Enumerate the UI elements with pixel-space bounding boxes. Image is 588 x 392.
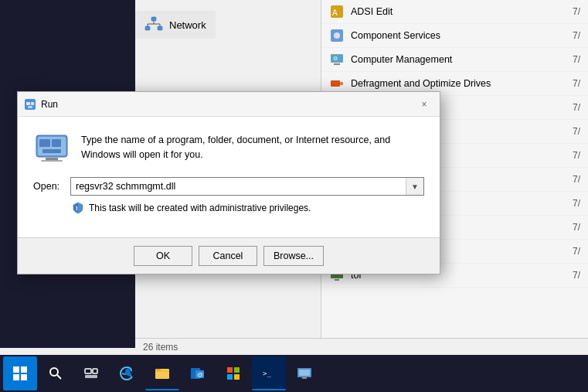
svg-rect-61 (234, 367, 240, 373)
admin-note-text: This task will be created with administr… (89, 203, 311, 213)
svg-rect-40 (39, 139, 50, 147)
defragment-icon (329, 76, 345, 91)
svg-rect-12 (334, 63, 340, 65)
svg-rect-66 (299, 370, 310, 376)
list-item[interactable]: Component Services 7/ (321, 24, 588, 48)
powershell-icon: >_ (262, 366, 276, 380)
svg-rect-62 (227, 374, 233, 380)
svg-rect-49 (21, 374, 27, 380)
computer-management-icon: ⚙ (329, 52, 345, 67)
item-date: 7/ (573, 198, 580, 209)
network-item[interactable]: Network (135, 11, 216, 39)
item-date: 7/ (573, 30, 580, 41)
svg-rect-56 (155, 369, 161, 371)
run-dialog: Run × Type the name of a program, folder… (17, 91, 440, 274)
list-item[interactable]: A ADSI Edit 7/ (321, 0, 588, 24)
item-date: 7/ (573, 6, 580, 17)
svg-rect-15 (340, 82, 343, 85)
svg-rect-35 (26, 102, 30, 105)
svg-rect-36 (31, 102, 34, 105)
svg-point-50 (50, 368, 58, 376)
svg-rect-47 (21, 366, 27, 373)
svg-rect-0 (151, 17, 156, 21)
item-date: 7/ (573, 246, 580, 257)
remote-button[interactable] (287, 356, 321, 390)
status-bar: 26 items (135, 338, 588, 355)
run-cancel-button[interactable]: Cancel (199, 246, 257, 266)
remote-icon (297, 366, 312, 381)
item-date: 7/ (573, 102, 580, 113)
outlook-button[interactable]: @ (181, 356, 215, 390)
run-dropdown-arrow[interactable]: ▼ (406, 178, 423, 195)
svg-rect-2 (158, 26, 162, 30)
list-item[interactable]: ⚙ Computer Management 7/ (321, 48, 588, 72)
svg-rect-67 (302, 377, 307, 379)
status-text: 26 items (143, 342, 178, 353)
run-title-text: Run (41, 99, 58, 110)
item-label: ADSI Edit (351, 6, 393, 17)
svg-point-10 (334, 32, 340, 39)
svg-rect-54 (85, 375, 97, 378)
svg-rect-44 (41, 160, 63, 162)
run-command-input[interactable] (71, 178, 406, 195)
task-view-button[interactable] (74, 356, 108, 390)
svg-text:A: A (332, 9, 338, 17)
shield-icon: ! (72, 202, 84, 214)
run-open-label: Open: (33, 181, 64, 192)
store-icon (226, 366, 241, 381)
run-input-row: Open: ▼ (33, 177, 424, 196)
component-services-icon (329, 28, 345, 43)
run-titlebar: Run × (18, 92, 440, 117)
item-label: Defragment and Optimize Drives (351, 78, 491, 89)
svg-rect-43 (46, 158, 58, 160)
svg-rect-42 (42, 149, 61, 153)
run-big-icon (33, 129, 70, 166)
run-close-button[interactable]: × (415, 97, 433, 112)
item-date: 7/ (573, 174, 580, 185)
run-browse-button[interactable]: Browse... (263, 246, 324, 266)
search-button[interactable] (39, 356, 73, 390)
run-description: Type the name of a program, folder, docu… (81, 133, 424, 162)
store-button[interactable] (216, 356, 250, 390)
run-content-row: Type the name of a program, folder, docu… (33, 129, 424, 166)
explorer-button[interactable] (145, 356, 179, 390)
run-input-wrapper: ▼ (70, 177, 424, 196)
run-admin-note: ! This task will be created with adminis… (72, 202, 424, 214)
svg-line-51 (57, 375, 61, 379)
edge-icon (119, 366, 134, 381)
run-titlebar-left: Run (24, 98, 58, 111)
svg-rect-46 (13, 366, 19, 373)
svg-rect-1 (145, 26, 150, 30)
explorer-icon (155, 365, 170, 380)
taskbar: @ >_ (0, 355, 588, 392)
svg-text:@: @ (197, 371, 203, 378)
network-icon (144, 15, 163, 34)
run-body: Type the name of a program, folder, docu… (18, 117, 440, 227)
item-date: 7/ (573, 222, 580, 233)
item-date: 7/ (573, 150, 580, 161)
svg-rect-41 (52, 139, 61, 147)
svg-rect-63 (234, 374, 240, 380)
adsi-edit-icon: A (329, 4, 345, 19)
item-label: Component Services (351, 30, 440, 41)
item-date: 7/ (573, 54, 580, 65)
outlook-icon: @ (190, 366, 206, 381)
task-view-icon (84, 366, 98, 380)
run-title-icon (24, 98, 36, 111)
edge-button[interactable] (110, 356, 144, 390)
search-icon (49, 366, 63, 380)
start-button[interactable] (3, 356, 37, 390)
svg-rect-33 (335, 279, 339, 281)
svg-rect-37 (28, 106, 32, 108)
run-ok-button[interactable]: OK (134, 246, 192, 266)
run-footer: OK Cancel Browse... (18, 238, 440, 274)
svg-rect-53 (93, 369, 97, 373)
svg-text:⚙: ⚙ (333, 56, 338, 61)
network-label: Network (169, 19, 206, 31)
svg-text:!: ! (76, 205, 78, 212)
item-date: 7/ (573, 126, 580, 137)
powershell-button[interactable]: >_ (252, 356, 286, 390)
svg-rect-60 (227, 367, 233, 373)
item-label: Computer Management (351, 54, 452, 65)
item-date: 7/ (573, 270, 580, 281)
